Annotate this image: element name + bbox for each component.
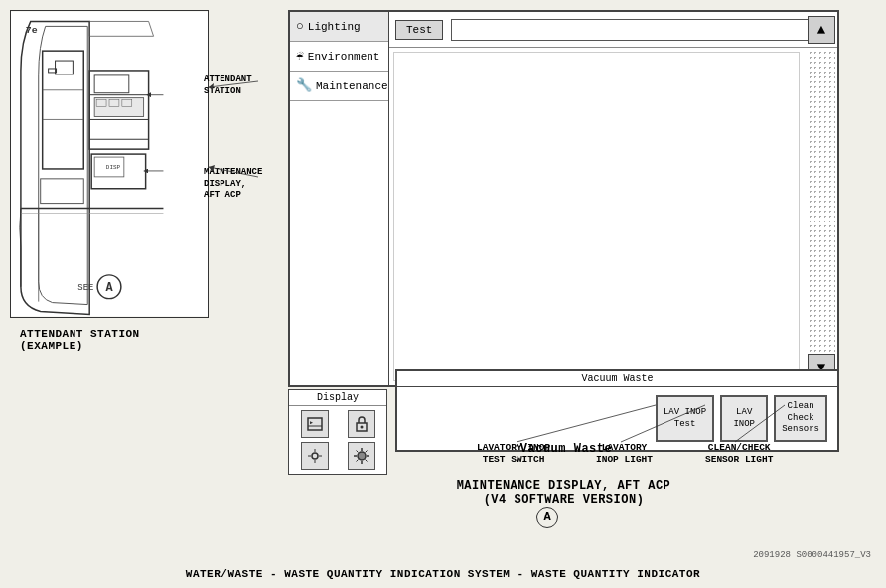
bottom-title: WATER/WASTE - WASTE QUANTITY INDICATION … (0, 568, 886, 580)
svg-point-33 (312, 453, 318, 459)
svg-text:A: A (105, 281, 113, 295)
vacuum-waste-title: Vacuum Waste (397, 371, 837, 387)
attendant-station-label: ATTENDANT STATION (204, 74, 252, 97)
scroll-up-icon: ▲ (817, 22, 825, 38)
nav-maintenance-label: Maintenance (316, 80, 388, 92)
nav-lighting-label: Lighting (308, 21, 361, 33)
diagram-caption: ATTENDANT STATION (EXAMPLE) (20, 328, 140, 352)
doc-number: 2091928 S0000441957_V3 (753, 550, 871, 560)
scroll-up-button[interactable]: ▲ (808, 16, 835, 44)
nav-item-environment[interactable]: ☔ Environment (290, 42, 388, 72)
test-button[interactable]: Test (395, 20, 443, 40)
nav-item-maintenance[interactable]: 🔧 Maintenance (290, 72, 388, 101)
acp-display-panel: ○ Lighting ☔ Environment 🔧 Maintenance (288, 10, 869, 516)
maintenance-display-title: MAINTENANCE DISPLAY, AFT ACP (V4 SOFTWAR… (288, 479, 839, 507)
svg-text:7e: 7e (26, 25, 38, 36)
display-icon-brightness-low[interactable] (301, 442, 329, 470)
environment-icon: ☔ (296, 50, 304, 63)
display-icon-lock[interactable] (348, 410, 375, 438)
nav-environment-label: Environment (308, 51, 380, 63)
aircraft-diagram-panel: DISP A SEE (10, 10, 263, 447)
aircraft-svg: DISP A SEE (11, 11, 208, 317)
display-section: Display ▶ (288, 389, 387, 475)
lav-inop-test-button[interactable]: LAV INOPTest (656, 395, 714, 442)
lavatory-inop-test-label: LAVATORY INOPTEST SWITCH (477, 442, 550, 467)
content-top-bar: Test (389, 12, 837, 48)
svg-line-44 (365, 460, 367, 462)
svg-point-32 (360, 426, 363, 429)
test-input-field (451, 19, 831, 41)
vacuum-waste-panel: Vacuum Waste LAV INOPTest LAVINOP CleanC… (395, 369, 839, 452)
vacuum-waste-buttons: LAV INOPTest LAVINOP CleanCheckSensors (397, 387, 837, 450)
display-unit: ○ Lighting ☔ Environment 🔧 Maintenance (288, 10, 839, 387)
scroll-texture (808, 50, 835, 383)
main-display-area (393, 52, 800, 381)
svg-text:SEE: SEE (77, 283, 93, 293)
display-panel-label: Display (289, 390, 386, 406)
circle-a-main: A (536, 507, 558, 528)
lav-inop-button[interactable]: LAVINOP (720, 395, 768, 442)
lighting-icon: ○ (296, 20, 304, 33)
clean-check-sensor-label: CLEAN/CHECKSENSOR LIGHT (705, 442, 773, 467)
svg-line-46 (356, 460, 358, 462)
aircraft-diagram: DISP A SEE (10, 10, 209, 318)
content-area: Test ▲ ▼ (389, 12, 837, 385)
display-icon-image[interactable]: ▶ (301, 410, 329, 438)
nav-menu: ○ Lighting ☔ Environment 🔧 Maintenance (290, 12, 389, 385)
maintenance-display-label: MAINTENANCE DISPLAY, AFT ACP (204, 167, 262, 202)
display-icons-row1: ▶ (289, 406, 386, 442)
svg-text:▶: ▶ (310, 420, 313, 426)
svg-text:DISP: DISP (106, 164, 121, 171)
nav-item-lighting[interactable]: ○ Lighting (290, 12, 388, 42)
maintenance-icon: 🔧 (296, 79, 312, 92)
clean-check-sensors-button[interactable]: CleanCheckSensors (774, 395, 827, 442)
lavatory-inop-light-label: LAVATORYINOP LIGHT (596, 442, 653, 467)
